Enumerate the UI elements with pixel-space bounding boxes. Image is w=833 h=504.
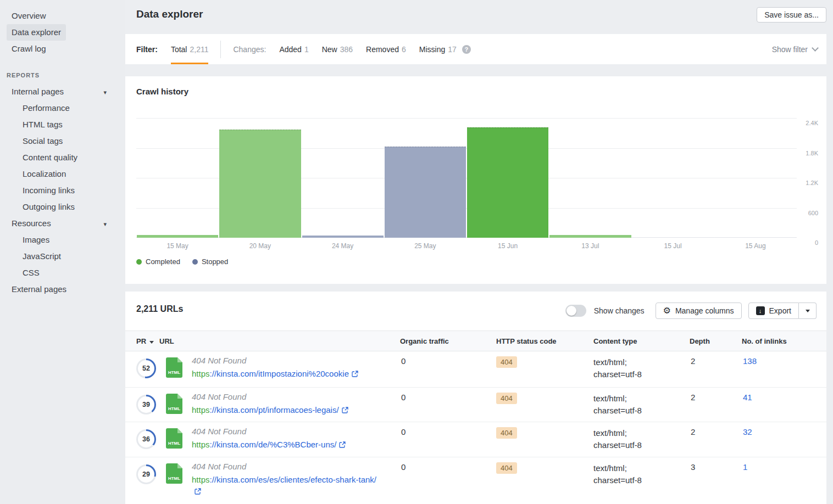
manage-columns-button[interactable]: ⚙ Manage columns bbox=[656, 303, 742, 319]
bar-15-aug[interactable] bbox=[715, 237, 796, 238]
inlinks-link[interactable]: 41 bbox=[743, 393, 752, 402]
page-title-text: 404 Not Found bbox=[192, 427, 246, 436]
tab-missing-count: 17 bbox=[448, 45, 457, 54]
column-header-organic-traffic[interactable]: Organic traffic bbox=[400, 331, 449, 351]
show-filter-label: Show filter bbox=[772, 45, 808, 54]
chart-legend: CompletedStopped bbox=[136, 257, 228, 266]
sidebar-item-content-quality[interactable]: Content quality bbox=[0, 149, 125, 166]
chevron-down-icon[interactable]: ▾ bbox=[103, 84, 107, 100]
sidebar-item-incoming-links[interactable]: Incoming links bbox=[0, 182, 125, 199]
sidebar-item-social-tags[interactable]: Social tags bbox=[0, 133, 125, 149]
page-fold-cut bbox=[177, 357, 182, 362]
x-axis-label: 15 Jul bbox=[632, 242, 714, 250]
sidebar-item-resources[interactable]: Resources▾ bbox=[0, 215, 125, 232]
tab-added[interactable]: Added 1 bbox=[279, 34, 308, 64]
column-header-http-status-code[interactable]: HTTP status code bbox=[496, 331, 557, 351]
pr-badge: 39 bbox=[136, 395, 156, 415]
export-label: Export bbox=[769, 306, 791, 315]
sidebar-item-internal-pages[interactable]: Internal pages▾ bbox=[0, 83, 125, 100]
triangle-down-icon bbox=[806, 310, 810, 312]
column-header-pr[interactable]: PR bbox=[136, 331, 154, 351]
show-filter-button[interactable]: Show filter bbox=[772, 34, 818, 64]
page-url-link[interactable]: https://kinsta.com/pt/informacoes-legais… bbox=[192, 404, 348, 416]
external-link-icon[interactable] bbox=[195, 488, 201, 495]
sidebar-item-images[interactable]: Images bbox=[0, 232, 125, 248]
tab-removed-count: 6 bbox=[402, 45, 406, 54]
http-status-badge: 404 bbox=[496, 393, 517, 404]
tab-missing[interactable]: Missing 17 bbox=[419, 34, 457, 64]
save-issue-as-button[interactable]: Save issue as... bbox=[757, 7, 826, 23]
x-axis-label: 24 May bbox=[302, 242, 384, 250]
external-link-icon[interactable] bbox=[352, 371, 358, 377]
column-header-content-type[interactable]: Content type bbox=[593, 331, 637, 351]
table-header-row: PRURLOrganic trafficHTTP status codeCont… bbox=[125, 331, 826, 351]
chevron-down-icon[interactable]: ▾ bbox=[103, 216, 107, 232]
sidebar-item-overview[interactable]: Overview bbox=[0, 8, 125, 24]
export-button[interactable]: ↓ Export bbox=[748, 303, 799, 319]
url-protocol: https bbox=[192, 475, 210, 484]
export-dropdown-button[interactable] bbox=[799, 303, 817, 319]
help-icon[interactable]: ? bbox=[462, 45, 471, 54]
inlinks-link[interactable]: 32 bbox=[743, 427, 752, 436]
x-axis-label: 15 May bbox=[136, 242, 219, 250]
inlinks-link[interactable]: 1 bbox=[743, 462, 747, 472]
bar-15-jun[interactable] bbox=[467, 127, 548, 238]
tab-total[interactable]: Total 2,211 bbox=[171, 34, 209, 64]
bar-13-jul[interactable] bbox=[549, 235, 631, 238]
bar-25-may[interactable] bbox=[385, 147, 466, 238]
main-area: Data explorer Save issue as... Filter: T… bbox=[125, 0, 833, 504]
column-header-url[interactable]: URL bbox=[159, 331, 174, 351]
sidebar-item-javascript[interactable]: JavaScript bbox=[0, 248, 125, 265]
inlinks-link[interactable]: 138 bbox=[743, 356, 757, 366]
sidebar-item-label: Localization bbox=[18, 166, 71, 182]
sidebar-item-label: HTML tags bbox=[18, 116, 68, 133]
tab-total-count: 2,211 bbox=[190, 45, 208, 54]
html-file-icon: HTML bbox=[166, 463, 182, 484]
column-header-no-of-inlinks[interactable]: No. of inlinks bbox=[742, 331, 787, 351]
pr-value: 29 bbox=[138, 466, 154, 483]
x-axis-label: 20 May bbox=[219, 242, 301, 250]
tab-new[interactable]: New 386 bbox=[322, 34, 353, 64]
page-url-link[interactable]: https://kinsta.com/es/es/clientes/efecto… bbox=[192, 474, 384, 497]
html-file-icon: HTML bbox=[166, 394, 182, 414]
bar-15-jul[interactable] bbox=[632, 237, 714, 238]
sidebar-item-html-tags[interactable]: HTML tags bbox=[0, 116, 125, 133]
sidebar-item-outgoing-links[interactable]: Outgoing links bbox=[0, 199, 125, 215]
table-controls: Show changes ⚙ Manage columns ↓ Export bbox=[565, 303, 817, 319]
legend-item-stopped[interactable]: Stopped bbox=[192, 257, 228, 266]
show-changes-toggle[interactable] bbox=[565, 305, 586, 317]
sidebar-item-performance[interactable]: Performance bbox=[0, 100, 125, 116]
sidebar-item-label: Outgoing links bbox=[18, 199, 80, 215]
sort-descending-icon bbox=[149, 341, 154, 344]
bar-15-may[interactable] bbox=[137, 235, 218, 238]
legend-item-completed[interactable]: Completed bbox=[136, 257, 180, 266]
external-link-icon[interactable] bbox=[342, 407, 348, 413]
sidebar-item-localization[interactable]: Localization bbox=[0, 166, 125, 182]
http-status-badge: 404 bbox=[496, 427, 517, 439]
legend-dot-icon bbox=[136, 259, 142, 265]
sidebar-item-external-pages[interactable]: External pages bbox=[0, 281, 125, 298]
export-button-group: ↓ Export bbox=[748, 303, 817, 319]
chevron-down-icon bbox=[812, 44, 819, 52]
external-link-icon[interactable] bbox=[339, 441, 346, 448]
sidebar-item-label: Resources bbox=[7, 215, 56, 232]
tab-removed-label: Removed bbox=[366, 45, 399, 54]
content-type-value: text/html; charset=utf-8 bbox=[593, 427, 670, 451]
sidebar-item-crawl-log[interactable]: Crawl log bbox=[0, 41, 125, 57]
page-url-link[interactable]: https://kinsta.com/de/%C3%BCber-uns/ bbox=[192, 439, 346, 450]
crawl-history-chart bbox=[136, 118, 797, 238]
sidebar-item-css[interactable]: CSS bbox=[0, 265, 125, 281]
sidebar-item-label: Social tags bbox=[18, 133, 68, 149]
page-url-link[interactable]: https://kinsta.com/itImpostazioni%20cook… bbox=[192, 368, 358, 379]
organic-traffic-value: 0 bbox=[401, 427, 406, 436]
filter-bar: Filter: Total 2,211 Changes: Added 1 New… bbox=[125, 34, 826, 64]
sidebar-item-label: Crawl log bbox=[7, 41, 51, 57]
pr-value: 52 bbox=[138, 360, 154, 377]
sidebar-item-data-explorer[interactable]: Data explorer bbox=[0, 24, 125, 41]
crawl-history-card: Crawl history 2.4K1.8K1.2K600015 May20 M… bbox=[125, 76, 826, 284]
crawl-history-title: Crawl history bbox=[136, 87, 188, 96]
tab-removed[interactable]: Removed 6 bbox=[366, 34, 406, 64]
bar-24-may[interactable] bbox=[302, 236, 384, 238]
bar-20-may[interactable] bbox=[219, 130, 301, 238]
column-header-depth[interactable]: Depth bbox=[690, 331, 710, 351]
